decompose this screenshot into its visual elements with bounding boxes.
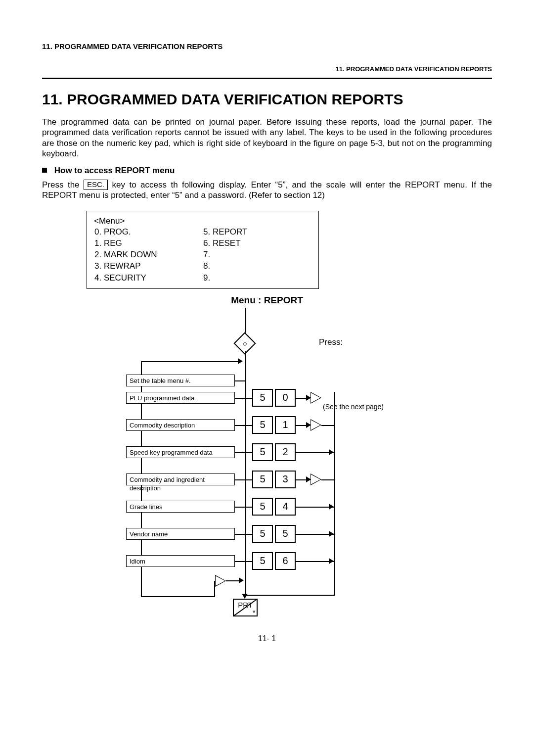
arrow-down-icon [242,594,248,599]
page-title: 11. PROGRAMMED DATA VERIFICATION REPORTS [42,91,492,108]
row-3-box: Speed key programmed data [126,446,235,458]
start-node: ◇ [237,335,253,351]
page-number: 11- 1 [42,634,492,643]
bullet-square-icon [42,168,47,173]
flow-chart: ◇ Press: Set the table menu #. PLU progr… [87,308,433,614]
u-key-1: u [311,392,321,404]
subhead: How to access REPORT menu [42,166,492,176]
header-right: 11. PROGRAMMED DATA VERIFICATION REPORTS [42,65,492,73]
row-1-box: PLU programmed data [126,392,235,404]
header-left: 11. PROGRAMMED DATA VERIFICATION REPORTS [42,42,492,50]
esc-keycap: ESC. [84,180,108,190]
see-next-label: (See the next page) [323,403,384,411]
intro-text: The programmed data can be printed on jo… [42,117,492,159]
row-0-box: Set the table menu #. [126,375,235,386]
prt-star: * [253,609,255,616]
key-5b: 5 [252,416,273,434]
menu-header: <Menu> [94,216,312,226]
row-6-box: Vendor name [126,528,235,540]
u-key-2: u [311,419,321,431]
u-key-4: u [311,473,321,485]
key-5: 5 [252,389,273,407]
v-key: v [215,575,226,587]
row-5-box: Grade lines [126,501,235,513]
press-paragraph: Press the ESC. key to access th followin… [42,180,492,201]
row-2-box: Commodity description [126,419,235,431]
key-0: 0 [275,389,296,407]
press-label: Press: [319,337,343,347]
row-7-box: Idiom [126,555,235,567]
flow-title: Menu : REPORT [42,295,492,306]
row-4-box: Commodity and ingredient description [126,473,235,485]
menu-display: <Menu> 0. PROG.5. REPORT 1. REG6. RESET … [87,211,319,289]
key-1: 1 [275,416,296,434]
subhead-text: How to access REPORT menu [54,166,175,175]
header-rule [42,78,492,79]
